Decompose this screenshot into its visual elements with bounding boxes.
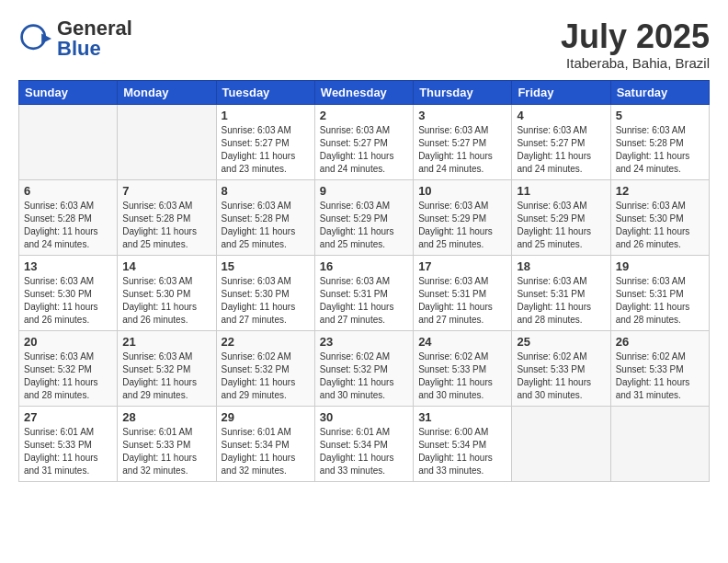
calendar-cell: 12Sunrise: 6:03 AMSunset: 5:30 PMDayligh… xyxy=(610,179,709,255)
day-info: Sunrise: 6:03 AMSunset: 5:28 PMDaylight:… xyxy=(222,200,310,251)
day-number: 2 xyxy=(320,109,408,122)
day-number: 25 xyxy=(517,335,605,349)
calendar-cell: 20Sunrise: 6:03 AMSunset: 5:32 PMDayligh… xyxy=(19,330,118,406)
logo-blue: Blue xyxy=(57,37,101,60)
day-info: Sunrise: 6:03 AMSunset: 5:30 PMDaylight:… xyxy=(222,275,310,327)
day-number: 24 xyxy=(418,335,506,349)
day-info: Sunrise: 6:03 AMSunset: 5:29 PMDaylight:… xyxy=(418,200,506,251)
day-number: 6 xyxy=(24,184,112,198)
page-header: General Blue July 2025 Itaberaba, Bahia,… xyxy=(18,18,710,71)
calendar-cell: 8Sunrise: 6:03 AMSunset: 5:28 PMDaylight… xyxy=(216,179,314,255)
logo-text: General Blue xyxy=(57,18,132,59)
calendar-cell: 19Sunrise: 6:03 AMSunset: 5:31 PMDayligh… xyxy=(610,255,709,330)
calendar-cell xyxy=(118,104,216,179)
day-info: Sunrise: 6:03 AMSunset: 5:31 PMDaylight:… xyxy=(616,275,704,327)
month-title: July 2025 xyxy=(561,18,710,55)
day-info: Sunrise: 6:03 AMSunset: 5:27 PMDaylight:… xyxy=(320,124,408,176)
calendar-cell: 15Sunrise: 6:03 AMSunset: 5:30 PMDayligh… xyxy=(216,255,314,330)
weekday-header-wednesday: Wednesday xyxy=(314,80,413,104)
day-info: Sunrise: 6:01 AMSunset: 5:34 PMDaylight:… xyxy=(320,426,408,477)
day-info: Sunrise: 6:03 AMSunset: 5:31 PMDaylight:… xyxy=(418,275,506,327)
day-number: 14 xyxy=(122,259,210,273)
week-row-3: 13Sunrise: 6:03 AMSunset: 5:30 PMDayligh… xyxy=(19,255,710,330)
day-info: Sunrise: 6:01 AMSunset: 5:33 PMDaylight:… xyxy=(24,426,112,477)
svg-point-0 xyxy=(22,26,45,49)
day-number: 29 xyxy=(222,410,310,424)
calendar-cell xyxy=(610,406,709,481)
week-row-5: 27Sunrise: 6:01 AMSunset: 5:33 PMDayligh… xyxy=(19,406,710,481)
calendar-cell: 9Sunrise: 6:03 AMSunset: 5:29 PMDaylight… xyxy=(314,179,413,255)
day-number: 3 xyxy=(418,109,506,122)
calendar-cell: 25Sunrise: 6:02 AMSunset: 5:33 PMDayligh… xyxy=(512,330,610,406)
calendar-cell: 28Sunrise: 6:01 AMSunset: 5:33 PMDayligh… xyxy=(118,406,216,481)
day-info: Sunrise: 6:03 AMSunset: 5:28 PMDaylight:… xyxy=(616,124,704,176)
day-info: Sunrise: 6:03 AMSunset: 5:27 PMDaylight:… xyxy=(418,124,506,176)
day-number: 23 xyxy=(320,335,408,349)
calendar-cell: 17Sunrise: 6:03 AMSunset: 5:31 PMDayligh… xyxy=(414,255,512,330)
calendar-cell: 6Sunrise: 6:03 AMSunset: 5:28 PMDaylight… xyxy=(19,179,118,255)
day-number: 18 xyxy=(517,259,605,273)
calendar-cell: 10Sunrise: 6:03 AMSunset: 5:29 PMDayligh… xyxy=(414,179,512,255)
calendar-cell: 16Sunrise: 6:03 AMSunset: 5:31 PMDayligh… xyxy=(314,255,413,330)
calendar-cell: 2Sunrise: 6:03 AMSunset: 5:27 PMDaylight… xyxy=(314,104,413,179)
day-info: Sunrise: 6:03 AMSunset: 5:32 PMDaylight:… xyxy=(122,350,210,402)
day-number: 27 xyxy=(24,410,112,424)
day-number: 1 xyxy=(222,109,310,122)
calendar-cell: 30Sunrise: 6:01 AMSunset: 5:34 PMDayligh… xyxy=(314,406,413,481)
calendar-cell: 29Sunrise: 6:01 AMSunset: 5:34 PMDayligh… xyxy=(216,406,314,481)
logo: General Blue xyxy=(18,18,132,59)
day-info: Sunrise: 6:03 AMSunset: 5:29 PMDaylight:… xyxy=(320,200,408,251)
calendar-cell: 1Sunrise: 6:03 AMSunset: 5:27 PMDaylight… xyxy=(216,104,314,179)
day-info: Sunrise: 6:01 AMSunset: 5:33 PMDaylight:… xyxy=(122,426,210,477)
calendar-cell: 24Sunrise: 6:02 AMSunset: 5:33 PMDayligh… xyxy=(414,330,512,406)
calendar-cell: 22Sunrise: 6:02 AMSunset: 5:32 PMDayligh… xyxy=(216,330,314,406)
weekday-header-thursday: Thursday xyxy=(414,80,512,104)
day-number: 30 xyxy=(320,410,408,424)
day-number: 9 xyxy=(320,184,408,198)
day-number: 12 xyxy=(616,184,704,198)
day-info: Sunrise: 6:03 AMSunset: 5:28 PMDaylight:… xyxy=(24,200,112,251)
calendar-cell: 23Sunrise: 6:02 AMSunset: 5:32 PMDayligh… xyxy=(314,330,413,406)
day-number: 8 xyxy=(222,184,310,198)
day-number: 10 xyxy=(418,184,506,198)
calendar-cell: 13Sunrise: 6:03 AMSunset: 5:30 PMDayligh… xyxy=(19,255,118,330)
day-number: 26 xyxy=(616,335,704,349)
svg-marker-1 xyxy=(41,34,51,44)
location-subtitle: Itaberaba, Bahia, Brazil xyxy=(561,55,710,71)
day-info: Sunrise: 6:02 AMSunset: 5:32 PMDaylight:… xyxy=(320,350,408,402)
calendar-cell xyxy=(19,104,118,179)
day-number: 13 xyxy=(24,259,112,273)
calendar-table: SundayMondayTuesdayWednesdayThursdayFrid… xyxy=(18,80,710,482)
calendar-cell: 4Sunrise: 6:03 AMSunset: 5:27 PMDaylight… xyxy=(512,104,610,179)
day-info: Sunrise: 6:03 AMSunset: 5:27 PMDaylight:… xyxy=(222,124,310,176)
day-info: Sunrise: 6:01 AMSunset: 5:34 PMDaylight:… xyxy=(222,426,310,477)
day-info: Sunrise: 6:02 AMSunset: 5:33 PMDaylight:… xyxy=(418,350,506,402)
weekday-header-sunday: Sunday xyxy=(19,80,118,104)
day-info: Sunrise: 6:03 AMSunset: 5:30 PMDaylight:… xyxy=(122,275,210,327)
day-number: 15 xyxy=(222,259,310,273)
day-info: Sunrise: 6:03 AMSunset: 5:27 PMDaylight:… xyxy=(517,124,605,176)
calendar-cell: 21Sunrise: 6:03 AMSunset: 5:32 PMDayligh… xyxy=(118,330,216,406)
calendar-cell xyxy=(512,406,610,481)
logo-icon xyxy=(18,22,51,55)
calendar-cell: 31Sunrise: 6:00 AMSunset: 5:34 PMDayligh… xyxy=(414,406,512,481)
day-number: 11 xyxy=(517,184,605,198)
title-block: July 2025 Itaberaba, Bahia, Brazil xyxy=(561,18,710,71)
day-info: Sunrise: 6:03 AMSunset: 5:31 PMDaylight:… xyxy=(320,275,408,327)
day-info: Sunrise: 6:03 AMSunset: 5:30 PMDaylight:… xyxy=(24,275,112,327)
calendar-cell: 18Sunrise: 6:03 AMSunset: 5:31 PMDayligh… xyxy=(512,255,610,330)
weekday-header-friday: Friday xyxy=(512,80,610,104)
calendar-cell: 7Sunrise: 6:03 AMSunset: 5:28 PMDaylight… xyxy=(118,179,216,255)
calendar-cell: 14Sunrise: 6:03 AMSunset: 5:30 PMDayligh… xyxy=(118,255,216,330)
day-number: 22 xyxy=(222,335,310,349)
day-info: Sunrise: 6:02 AMSunset: 5:32 PMDaylight:… xyxy=(222,350,310,402)
day-number: 5 xyxy=(616,109,704,122)
day-number: 21 xyxy=(122,335,210,349)
day-number: 20 xyxy=(24,335,112,349)
weekday-header-monday: Monday xyxy=(118,80,216,104)
day-number: 28 xyxy=(122,410,210,424)
day-info: Sunrise: 6:02 AMSunset: 5:33 PMDaylight:… xyxy=(517,350,605,402)
day-number: 7 xyxy=(122,184,210,198)
calendar-cell: 27Sunrise: 6:01 AMSunset: 5:33 PMDayligh… xyxy=(19,406,118,481)
day-number: 16 xyxy=(320,259,408,273)
